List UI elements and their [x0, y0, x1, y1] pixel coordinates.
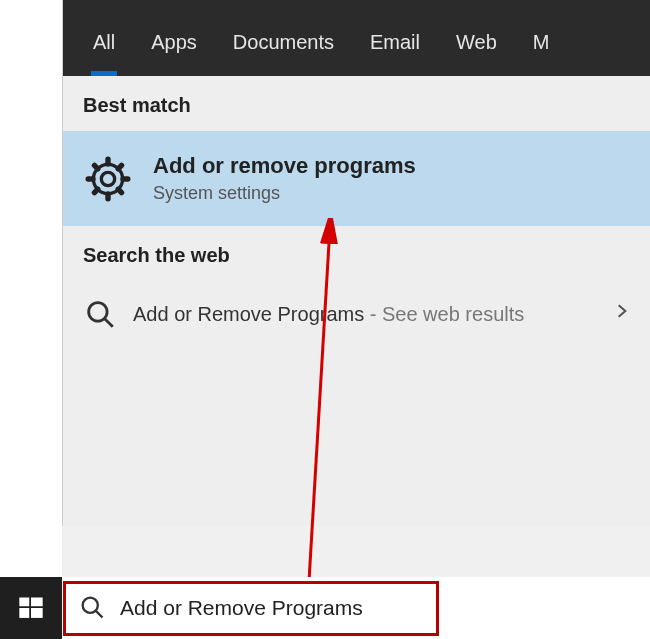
tab-email[interactable]: Email: [352, 22, 438, 76]
best-match-title: Add or remove programs: [153, 153, 416, 179]
best-match-subtitle: System settings: [153, 183, 416, 204]
tab-more[interactable]: M: [515, 22, 568, 76]
search-filter-tabs: All Apps Documents Email Web M: [63, 0, 650, 76]
search-input[interactable]: [120, 596, 650, 620]
svg-line-11: [96, 611, 102, 617]
web-result-suffix: - See web results: [364, 303, 524, 325]
svg-point-10: [83, 598, 98, 613]
svg-rect-8: [19, 608, 29, 618]
gear-icon: [83, 154, 133, 204]
tab-apps[interactable]: Apps: [133, 22, 215, 76]
search-results-panel: All Apps Documents Email Web M Best matc…: [62, 0, 650, 526]
tab-documents[interactable]: Documents: [215, 22, 352, 76]
svg-line-3: [105, 319, 113, 327]
svg-point-2: [89, 303, 107, 321]
best-match-result[interactable]: Add or remove programs System settings: [63, 131, 650, 226]
section-heading-best-match: Best match: [63, 76, 650, 131]
tab-all[interactable]: All: [75, 22, 133, 76]
left-margin-strip: [0, 0, 62, 577]
web-result-title: Add or Remove Programs: [133, 303, 364, 325]
svg-point-0: [101, 172, 114, 185]
web-result-text: Add or Remove Programs - See web results: [133, 301, 606, 328]
taskbar-search[interactable]: [62, 577, 650, 639]
svg-rect-9: [31, 608, 43, 618]
chevron-right-icon[interactable]: [606, 301, 638, 327]
section-heading-search-web: Search the web: [63, 226, 650, 281]
svg-rect-6: [19, 598, 29, 607]
web-search-result[interactable]: Add or Remove Programs - See web results: [63, 281, 650, 347]
svg-point-1: [93, 164, 122, 193]
tab-web[interactable]: Web: [438, 22, 515, 76]
start-button[interactable]: [0, 577, 62, 639]
search-icon: [83, 297, 117, 331]
best-match-text: Add or remove programs System settings: [153, 153, 416, 204]
taskbar: [0, 577, 650, 639]
svg-rect-7: [31, 598, 43, 607]
search-icon: [78, 593, 108, 623]
